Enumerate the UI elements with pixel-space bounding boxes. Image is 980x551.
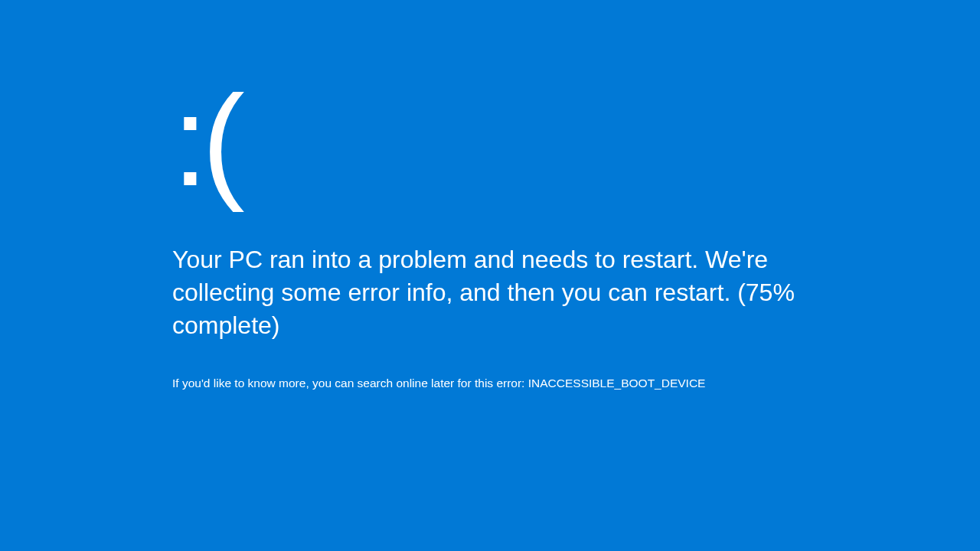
error-message: Your PC ran into a problem and needs to … (172, 243, 808, 343)
sad-face-icon: :( (172, 77, 808, 205)
bsod-screen: :( Your PC ran into a problem and needs … (172, 77, 808, 391)
error-hint: If you'd like to know more, you can sear… (172, 375, 808, 392)
